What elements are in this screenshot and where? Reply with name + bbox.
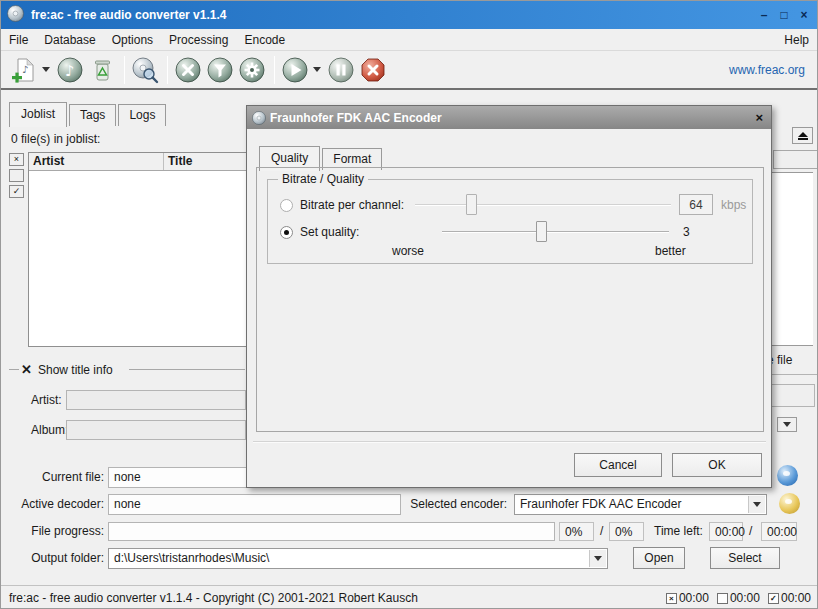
menu-processing[interactable]: Processing [161, 29, 236, 51]
signal-filter-funnel-button[interactable] [205, 55, 235, 85]
artist-field[interactable] [66, 390, 246, 410]
add-file-button[interactable]: ♪ [9, 55, 39, 85]
tab-tags[interactable]: Tags [69, 104, 116, 126]
music-file-button[interactable]: ♪ [55, 55, 85, 85]
selected-encoder-dropdown[interactable]: Fraunhofer FDK AAC Encoder [514, 494, 767, 515]
output-folder-combo[interactable]: d:\Users\tristanrhodes\Music\ [108, 548, 608, 569]
file-progress-label: File progress: [9, 524, 104, 538]
bitrate-unit-label: kbps [721, 198, 746, 212]
combo-arrow-fragment[interactable] [777, 417, 797, 432]
toggle-selection-button[interactable]: ✓ [9, 185, 24, 198]
minimize-icon[interactable]: – [757, 8, 771, 22]
dialog-titlebar[interactable]: Fraunhofer FDK AAC Encoder × [247, 106, 771, 129]
remove-all-trash-button[interactable] [87, 55, 117, 85]
joblist-table[interactable]: Artist Title [28, 152, 247, 347]
field-fragment[interactable] [771, 384, 815, 407]
show-title-info-label: Show title info [38, 363, 113, 377]
chevron-down-icon[interactable] [748, 496, 765, 513]
start-encoding-play-button[interactable] [280, 55, 310, 85]
track-list-fragment[interactable] [767, 172, 813, 346]
select-all-button[interactable]: × [9, 153, 24, 166]
close-icon[interactable]: × [797, 8, 811, 22]
group-legend: Bitrate / Quality [278, 172, 368, 186]
time-left-label: Time left: [654, 524, 703, 538]
stop-button[interactable] [358, 55, 388, 85]
dialog-title: Fraunhofer FDK AAC Encoder [270, 111, 442, 125]
main-area: Joblist Tags Logs 0 file(s) in joblist: … [1, 90, 818, 585]
cd-eject-button[interactable] [792, 127, 813, 144]
processing-sphere-icon[interactable] [777, 465, 798, 486]
menu-encode[interactable]: Encode [236, 29, 293, 51]
better-label: better [655, 244, 686, 258]
chevron-down-icon[interactable] [589, 550, 606, 567]
time-left-value: 00:00 [709, 522, 743, 541]
album-field[interactable] [66, 420, 246, 440]
divider [253, 441, 766, 443]
toolbar: ♪ ♪ [1, 51, 818, 90]
column-header-title[interactable]: Title [164, 153, 246, 170]
file-percent-value: 0% [559, 522, 594, 541]
play-dropdown-icon[interactable] [313, 67, 321, 72]
tab-logs[interactable]: Logs [118, 104, 166, 126]
select-none-button[interactable] [9, 169, 24, 182]
titlebar: fre:ac - free audio converter v1.1.4 – □… [1, 1, 818, 29]
set-quality-label: Set quality: [300, 225, 359, 239]
time-indicator-unselected: 00:00 [717, 591, 760, 605]
quality-value: 3 [683, 225, 690, 239]
ok-button[interactable]: OK [672, 453, 762, 477]
joblist-header: Artist Title [29, 153, 246, 171]
freac-app-icon [7, 5, 24, 25]
group-line [9, 369, 19, 370]
encoder-config-gear-icon[interactable] [779, 493, 800, 514]
tab-joblist[interactable]: Joblist [9, 102, 67, 127]
bitrate-slider[interactable] [415, 204, 671, 206]
artist-label: Artist: [31, 393, 62, 407]
freac-window: fre:ac - free audio converter v1.1.4 – □… [0, 0, 818, 609]
freac-website-link[interactable]: www.freac.org [729, 63, 811, 77]
dialog-close-icon[interactable]: × [755, 110, 763, 125]
column-header-artist[interactable]: Artist [29, 153, 164, 170]
cd-drive-field-fragment[interactable] [773, 150, 818, 169]
quality-slider-thumb[interactable] [536, 221, 547, 242]
total-percent-value: 0% [609, 522, 644, 541]
menu-options[interactable]: Options [104, 29, 161, 51]
show-title-info-checkbox[interactable]: ✕ [21, 362, 32, 377]
svg-text:♪: ♪ [22, 64, 28, 75]
menu-bar: File Database Options Processing Encode … [1, 29, 818, 51]
toolbar-separator [274, 56, 275, 84]
toolbar-separator [167, 56, 168, 84]
checked-box-icon: × [666, 593, 677, 604]
bitrate-radio[interactable] [280, 199, 293, 212]
bitrate-slider-thumb[interactable] [466, 194, 477, 215]
main-tabs: Joblist Tags Logs [9, 101, 168, 126]
active-decoder-label: Active decoder: [9, 497, 104, 511]
menu-help[interactable]: Help [776, 29, 818, 51]
window-title: fre:ac - free audio converter v1.1.4 [31, 8, 226, 22]
bitrate-label: Bitrate per channel: [300, 198, 404, 212]
status-bar: fre:ac - free audio converter v1.1.4 - C… [1, 585, 818, 609]
time-indicator-selected: × 00:00 [666, 591, 709, 605]
open-button[interactable]: Open [633, 547, 685, 569]
active-decoder-value: none [108, 494, 401, 515]
maximize-icon[interactable]: □ [777, 8, 791, 22]
selected-encoder-label: Selected encoder: [401, 497, 507, 511]
empty-box-icon [717, 593, 728, 604]
menu-database[interactable]: Database [36, 29, 103, 51]
bitrate-value-field[interactable]: 64 [679, 194, 713, 215]
cancel-button[interactable]: Cancel [574, 453, 662, 477]
select-button[interactable]: Select [710, 547, 780, 569]
menu-file[interactable]: File [1, 29, 36, 51]
add-file-dropdown-icon[interactable] [42, 67, 50, 72]
svg-text:♪: ♪ [65, 62, 75, 80]
joblist-count-label: 0 file(s) in joblist: [11, 132, 100, 146]
separator [765, 374, 818, 375]
total-time-left-value: 00:00 [761, 522, 797, 541]
freac-dialog-icon [252, 111, 266, 125]
cddb-query-button[interactable] [130, 55, 160, 85]
settings-wrench-button[interactable] [173, 55, 203, 85]
set-quality-radio[interactable] [280, 226, 293, 239]
quality-slider[interactable] [442, 231, 669, 233]
configure-gear-button[interactable] [237, 55, 267, 85]
pause-button[interactable] [326, 55, 356, 85]
slash: / [600, 524, 603, 538]
